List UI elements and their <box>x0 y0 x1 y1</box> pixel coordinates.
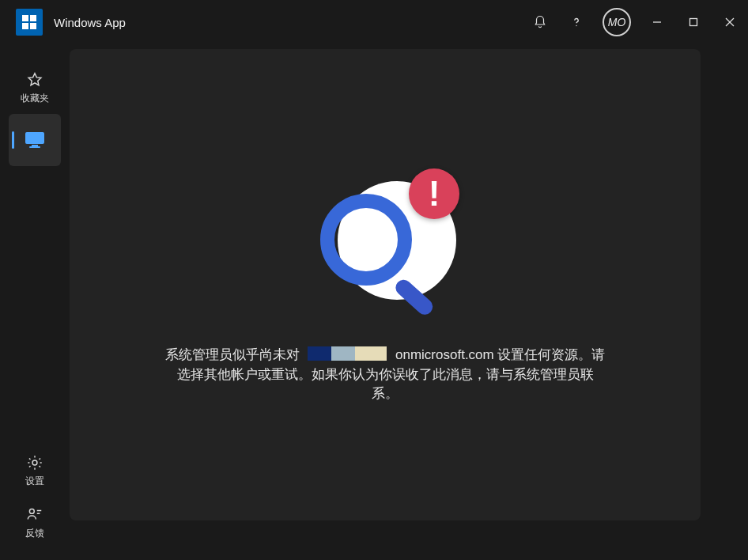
svg-rect-7 <box>29 146 40 148</box>
minimize-button[interactable] <box>639 0 675 44</box>
avatar: MO <box>603 8 631 36</box>
sidebar-item-label: 设置 <box>25 475 44 488</box>
svg-point-0 <box>576 25 576 26</box>
account-button[interactable]: MO <box>595 0 639 44</box>
gear-icon <box>26 454 43 471</box>
minimize-icon <box>652 17 662 27</box>
sidebar-item-feedback[interactable]: 反馈 <box>9 497 61 549</box>
svg-point-9 <box>29 509 34 513</box>
feedback-icon <box>26 506 43 524</box>
titlebar: Windows App MO <box>0 0 748 44</box>
sidebar-item-settings[interactable]: 设置 <box>9 445 61 497</box>
svg-rect-6 <box>32 145 38 146</box>
sidebar-item-label: 反馈 <box>25 527 44 540</box>
message-part1: 系统管理员似乎尚未对 <box>165 347 300 362</box>
windows-logo-icon <box>22 15 36 29</box>
avatar-initials: MO <box>608 16 626 28</box>
maximize-icon <box>689 17 698 27</box>
maximize-button[interactable] <box>675 0 712 44</box>
search-error-illustration: ! <box>306 165 464 324</box>
svg-point-8 <box>32 460 37 465</box>
close-icon <box>725 17 735 27</box>
redacted-account <box>308 346 387 361</box>
app-window: Windows App MO <box>0 0 748 560</box>
svg-rect-5 <box>25 132 44 144</box>
empty-state-message: 系统管理员似乎尚未对 onmicrosoft.com 设置任何资源。请选择其他帐… <box>164 346 606 404</box>
magnifier-icon <box>320 194 412 286</box>
windows-app-icon <box>16 9 43 36</box>
sidebar-item-devices[interactable] <box>9 114 61 166</box>
bell-icon <box>533 15 547 29</box>
app-title: Windows App <box>54 16 126 29</box>
content-area: ! 系统管理员似乎尚未对 onmicrosoft.com 设置任何资源。请选择其… <box>70 44 748 560</box>
alert-badge-icon: ! <box>409 168 459 219</box>
empty-state-panel: ! 系统管理员似乎尚未对 onmicrosoft.com 设置任何资源。请选择其… <box>70 49 701 520</box>
close-button[interactable] <box>712 0 748 44</box>
star-icon <box>26 71 43 89</box>
svg-rect-2 <box>690 19 697 26</box>
help-button[interactable] <box>558 0 595 44</box>
monitor-icon <box>25 131 45 149</box>
app-body: 收藏夹 设置 <box>0 44 748 560</box>
notifications-button[interactable] <box>522 0 558 44</box>
help-icon <box>569 15 584 29</box>
sidebar-item-favorites[interactable]: 收藏夹 <box>9 62 61 114</box>
sidebar-item-label: 收藏夹 <box>21 92 49 105</box>
sidebar: 收藏夹 设置 <box>0 44 70 560</box>
